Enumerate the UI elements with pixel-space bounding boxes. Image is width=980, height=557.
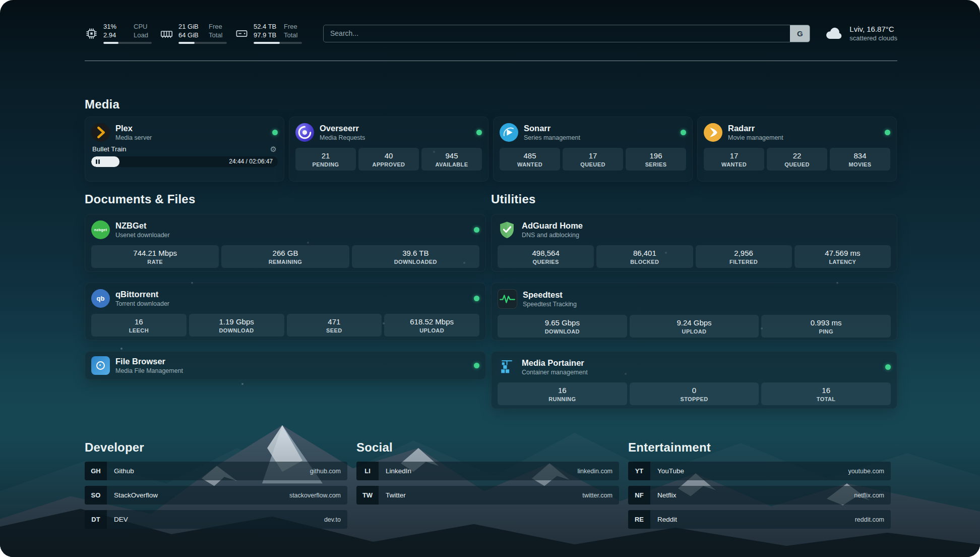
bookmark-twitter[interactable]: TW Twitter twitter.com [356, 486, 619, 505]
stat-value: 9.24 Gbps [677, 318, 711, 327]
stat-ping: 0.993 ms PING [761, 315, 891, 338]
status-dot [885, 130, 890, 135]
documents-column: nzbget NZBGet Usenet downloader 744.21 M… [85, 214, 486, 409]
stat-label: QUERIES [532, 259, 559, 265]
bookmark-dev[interactable]: DT DEV dev.to [85, 510, 347, 529]
weather-condition: scattered clouds [849, 34, 897, 42]
radarr-icon [704, 123, 722, 142]
utilities-column: AdGuard Home DNS and adblocking 498,564 … [491, 214, 897, 409]
bookmark-abbr: RE [628, 510, 650, 529]
stat-value: 40 [385, 151, 393, 160]
stat-movies: 834 MOVIES [830, 148, 890, 171]
service-name: Plex [115, 123, 152, 133]
stat-label: SEED [326, 327, 342, 333]
plex-icon [91, 123, 110, 142]
service-desc: Movie management [728, 134, 783, 142]
stat-label: LEECH [129, 327, 149, 333]
stat-download: 9.65 Gbps DOWNLOAD [498, 315, 627, 338]
bookmark-name: Netflix [657, 491, 677, 499]
overseerr-icon [295, 123, 314, 142]
service-name: AdGuard Home [522, 220, 583, 231]
service-card-radarr[interactable]: Radarr Movie management 17 WANTED 22 QUE… [697, 117, 897, 182]
bookmark-abbr: GH [85, 462, 107, 480]
stat-label: LATENCY [829, 259, 856, 265]
bookmark-stackoverflow[interactable]: SO StackOverflow stackoverflow.com [85, 486, 347, 505]
sonarr-icon [500, 123, 518, 142]
bookmark-netflix[interactable]: NF Netflix netflix.com [628, 486, 891, 505]
bookmark-url: youtube.com [848, 468, 884, 475]
bookmark-name: Github [114, 467, 134, 475]
bookmark-linkedin[interactable]: LI LinkedIn linkedin.com [356, 462, 619, 480]
stat-value: 21 [322, 151, 330, 160]
memory-free-label: Free [209, 23, 227, 31]
pause-icon[interactable] [96, 156, 100, 167]
bookmark-github[interactable]: GH Github github.com [85, 462, 347, 480]
section-title-media: Media [85, 97, 897, 112]
stat-value: 86,401 [633, 249, 656, 257]
service-desc: Series management [524, 134, 580, 142]
stat-label: DOWNLOAD [545, 328, 580, 335]
service-card-filebrowser[interactable]: File Browser Media File Management [85, 351, 486, 380]
topbar-divider [85, 61, 897, 61]
search-provider-button[interactable]: G [790, 25, 810, 42]
bookmark-reddit[interactable]: RE Reddit reddit.com [628, 510, 891, 529]
qbittorrent-icon: qb [91, 289, 110, 308]
stat-latency: 47.569 ms LATENCY [794, 245, 891, 268]
now-playing-time: 24:44 / 02:06:47 [229, 156, 273, 167]
service-name: NZBGet [115, 220, 170, 231]
service-card-qbittorrent[interactable]: qb qBittorrent Torrent downloader 16 LEE… [85, 283, 486, 341]
bookmark-youtube[interactable]: YT YouTube youtube.com [628, 462, 891, 480]
section-title-social: Social [356, 440, 619, 455]
stat-value: 16 [822, 386, 830, 395]
status-dot [474, 296, 479, 301]
stat-label: REMAINING [269, 259, 302, 265]
stat-label: STOPPED [680, 396, 708, 402]
stat-queries: 498,564 QUERIES [498, 245, 594, 268]
bookmark-abbr: NF [628, 486, 650, 505]
bookmark-name: DEV [114, 516, 128, 523]
service-card-nzbget[interactable]: nzbget NZBGet Usenet downloader 744.21 M… [85, 214, 486, 272]
service-desc: Media server [115, 134, 152, 142]
service-card-portainer[interactable]: Media Portainer Container management 16 … [491, 351, 897, 409]
stat-upload: 9.24 Gbps UPLOAD [630, 315, 759, 338]
disk-free-label: Free [284, 23, 302, 31]
service-card-plex[interactable]: Plex Media server Bullet Train ⚙ 24:44 /… [85, 117, 284, 182]
service-card-speedtest[interactable]: Speedtest Speedtest Tracking 9.65 Gbps D… [491, 283, 897, 341]
stat-value: 618.52 Mbps [410, 317, 454, 326]
service-name: qBittorrent [115, 289, 169, 299]
stat-series: 196 SERIES [626, 148, 686, 171]
memory-free-value: 21 GiB [178, 23, 206, 31]
media-cards-row: Plex Media server Bullet Train ⚙ 24:44 /… [85, 117, 897, 182]
stat-value: 16 [135, 317, 143, 326]
disk-widget: 52.4 TB Free 97.9 TB Total [235, 23, 302, 44]
disk-total-value: 97.9 TB [254, 31, 281, 39]
stat-value: 471 [328, 317, 340, 326]
now-playing-title: Bullet Train [92, 145, 127, 153]
section-title-utilities: Utilities [491, 192, 535, 206]
stat-value: 0.993 ms [811, 318, 842, 327]
stat-label: PING [819, 328, 833, 335]
stat-label: RUNNING [548, 396, 576, 402]
service-card-adguard[interactable]: AdGuard Home DNS and adblocking 498,564 … [491, 214, 897, 272]
bookmark-url: dev.to [324, 516, 341, 523]
dashboard-window: 31% CPU 2.94 Load 21 GiB Free 64 GiB Tot… [0, 0, 980, 557]
stat-label: TOTAL [817, 396, 836, 402]
service-card-sonarr[interactable]: Sonarr Series management 485 WANTED 17 Q… [493, 117, 693, 182]
bookmark-abbr: LI [356, 462, 379, 480]
bookmark-url: linkedin.com [578, 468, 612, 475]
filebrowser-icon [91, 356, 110, 375]
service-card-overseerr[interactable]: Overseerr Media Requests 21 PENDING 40 A… [289, 117, 488, 182]
gear-icon[interactable]: ⚙ [270, 145, 277, 153]
stat-value: 485 [523, 151, 536, 160]
search-input[interactable] [324, 25, 790, 42]
stat-label: BLOCKED [630, 259, 659, 265]
stat-value: 22 [793, 151, 802, 160]
stat-value: 17 [589, 151, 597, 160]
stat-remaining: 266 GB REMAINING [221, 245, 349, 268]
stat-value: 17 [730, 151, 739, 160]
disk-free-value: 52.4 TB [254, 23, 281, 31]
stat-label: DOWNLOAD [219, 327, 254, 333]
bookmark-abbr: TW [356, 486, 379, 505]
stat-wanted: 485 WANTED [500, 148, 560, 171]
stat-value: 834 [853, 151, 866, 160]
